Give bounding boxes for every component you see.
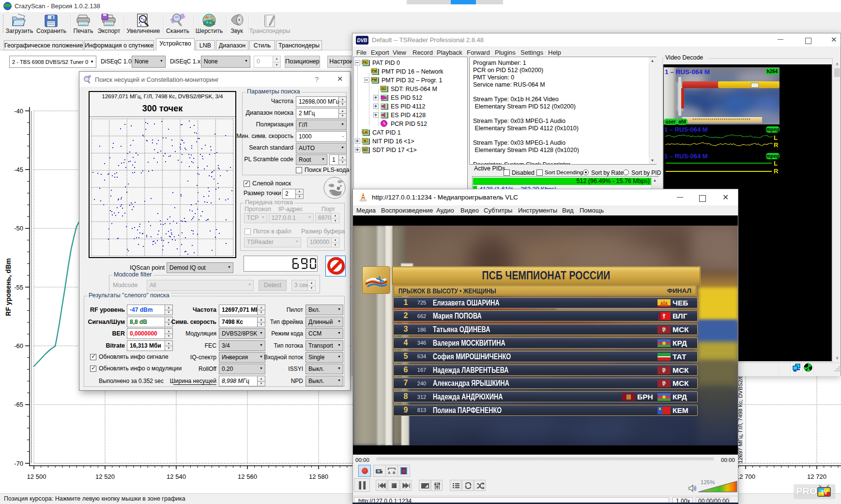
svg-text:12 580: 12 580 bbox=[309, 473, 328, 480]
svg-text:PM: PM bbox=[372, 78, 377, 81]
svg-text:-55: -55 bbox=[14, 284, 23, 291]
svg-text:RF уровень, dBm: RF уровень, dBm bbox=[4, 258, 12, 316]
svg-text:PM: PM bbox=[372, 69, 377, 73]
svg-text:-60: -60 bbox=[14, 342, 23, 350]
svg-text:12 540: 12 540 bbox=[167, 473, 186, 480]
svg-text:DVB: DVB bbox=[357, 38, 367, 43]
svg-text:A: A bbox=[388, 471, 391, 475]
svg-text:-45: -45 bbox=[14, 166, 23, 173]
svg-text:-50: -50 bbox=[14, 225, 23, 232]
svg-text:12 560: 12 560 bbox=[238, 473, 257, 480]
svg-text:TV: TV bbox=[821, 489, 828, 495]
svg-text:SD: SD bbox=[381, 87, 385, 90]
svg-text:12 520: 12 520 bbox=[95, 473, 115, 480]
svg-text:12 500: 12 500 bbox=[27, 473, 46, 480]
svg-text:B: B bbox=[393, 471, 396, 475]
svg-text:CA: CA bbox=[363, 130, 367, 134]
svg-text:SD: SD bbox=[363, 148, 367, 151]
svg-text:NI: NI bbox=[363, 139, 367, 142]
svg-text:-70: -70 bbox=[14, 460, 23, 467]
svg-text:-65: -65 bbox=[14, 401, 23, 408]
svg-text:PA: PA bbox=[363, 61, 367, 64]
svg-text:-40: -40 bbox=[14, 107, 23, 115]
